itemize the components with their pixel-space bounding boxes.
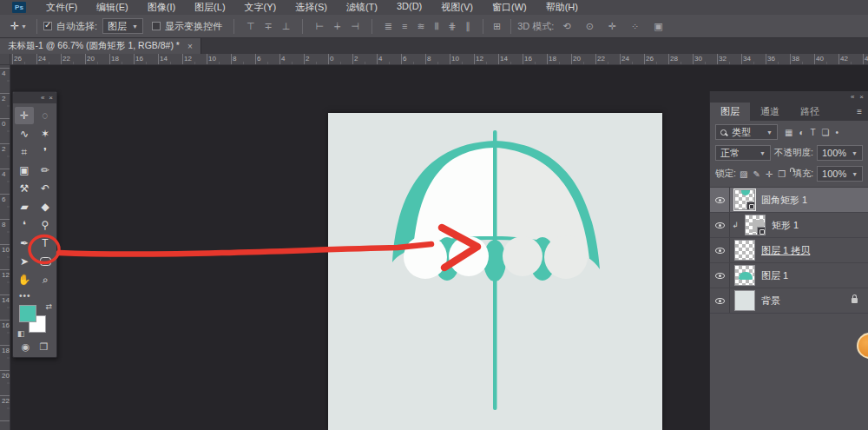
fill-dropdown[interactable]: 100% ▼	[817, 166, 863, 182]
document-canvas[interactable]	[328, 113, 662, 430]
clone-stamp-tool[interactable]: ⚒	[15, 180, 34, 197]
vertical-ruler[interactable]: 420246810121416182022	[0, 65, 10, 430]
distribute-top-icon[interactable]: ≣	[381, 21, 396, 32]
path-selection-tool[interactable]: ➤	[15, 253, 34, 270]
hand-tool[interactable]: ✋	[15, 271, 34, 288]
show-transform-checkbox[interactable]	[152, 22, 161, 30]
lock-transparent-pixels-icon[interactable]: ▨	[740, 169, 747, 179]
eye-icon[interactable]	[715, 197, 725, 203]
menu-item-窗口[interactable]: 窗口(W)	[483, 1, 536, 14]
lock-image-pixels-icon[interactable]: ✎	[753, 169, 760, 179]
menu-item-选择[interactable]: 选择(S)	[286, 1, 337, 14]
visibility-cell[interactable]	[710, 188, 730, 212]
visibility-cell[interactable]	[710, 263, 730, 288]
menu-item-帮助[interactable]: 帮助(H)	[536, 1, 588, 14]
collapse-panel-icon[interactable]: «	[851, 93, 854, 101]
align-bottom-icon[interactable]: ⊥	[279, 21, 294, 32]
blur-tool[interactable]: ❛	[15, 216, 34, 234]
close-tab-icon[interactable]: ×	[187, 42, 193, 51]
menu-item-编辑[interactable]: 编辑(E)	[87, 1, 138, 14]
blend-mode-dropdown[interactable]: 正常 ▼	[715, 145, 771, 161]
auto-select-dropdown[interactable]: 图层 ▼	[102, 18, 143, 34]
eye-icon[interactable]	[715, 222, 725, 228]
menu-item-文字[interactable]: 文字(Y)	[235, 1, 286, 14]
3d-slide-icon[interactable]: ⁘	[628, 21, 642, 32]
eye-icon[interactable]	[715, 298, 725, 304]
shape-tool[interactable]	[36, 253, 55, 270]
collapse-panel-icon[interactable]: «	[41, 94, 44, 102]
healing-brush-tool[interactable]: ▣	[15, 162, 34, 179]
3d-rotate-icon[interactable]: ⟲	[559, 21, 574, 32]
distribute-left-icon[interactable]: ⫴	[431, 21, 443, 32]
lasso-tool[interactable]: ∿	[15, 125, 34, 142]
menu-item-滤镜[interactable]: 滤镜(T)	[337, 1, 387, 14]
visibility-cell[interactable]	[710, 213, 730, 237]
auto-select-checkbox[interactable]	[43, 22, 52, 30]
distribute-hcenter-icon[interactable]: ⋕	[444, 21, 459, 32]
close-panel-icon[interactable]: ×	[859, 93, 864, 101]
distribute-bottom-icon[interactable]: ≋	[413, 21, 428, 32]
history-brush-tool[interactable]: ↶	[36, 180, 55, 197]
eye-icon[interactable]	[715, 248, 725, 254]
align-hcenter-icon[interactable]: ∔	[330, 21, 345, 32]
foreground-color-swatch[interactable]	[19, 305, 36, 322]
crop-tool[interactable]: ⌗	[15, 143, 34, 161]
tab-路径[interactable]: 路径	[790, 103, 830, 121]
dodge-tool[interactable]: ⚲	[36, 216, 55, 234]
tab-通道[interactable]: 通道	[750, 103, 790, 121]
menu-item-图像[interactable]: 图像(I)	[138, 1, 185, 14]
filter-shape-layers-icon[interactable]: ❏	[822, 128, 830, 137]
auto-align-layers-icon[interactable]: ⊞	[490, 21, 504, 32]
align-left-icon[interactable]: ⊢	[312, 21, 327, 32]
default-colors-icon[interactable]: ◧	[17, 329, 25, 338]
eye-icon[interactable]	[715, 273, 725, 279]
layer-row[interactable]: 背景	[710, 288, 868, 314]
document-tab[interactable]: 未标题-1 @ 66.7% (圆角矩形 1, RGB/8#) * ×	[0, 38, 201, 54]
tab-图层[interactable]: 图层	[710, 103, 750, 121]
layer-row[interactable]: 圆角矩形 1	[710, 188, 868, 213]
align-right-icon[interactable]: ⊣	[347, 21, 363, 32]
menu-item-3D[interactable]: 3D(D)	[387, 1, 431, 14]
move-tool[interactable]: ✛	[15, 107, 34, 124]
lock-artboard-icon[interactable]: ❐	[778, 169, 786, 179]
layer-row[interactable]: ↲矩形 1	[710, 213, 868, 238]
visibility-cell[interactable]	[710, 288, 730, 313]
close-panel-icon[interactable]: ×	[49, 94, 53, 102]
lock-position-icon[interactable]: ✛	[766, 169, 773, 179]
visibility-cell[interactable]	[710, 238, 730, 262]
layer-filter-dropdown[interactable]: 类型 ▼	[715, 124, 778, 140]
tool-preset-arrow-icon[interactable]: ▼	[21, 23, 27, 30]
3d-drag-icon[interactable]: ✛	[605, 21, 620, 32]
layer-row[interactable]: 图层 1	[710, 263, 868, 288]
menu-item-视图[interactable]: 视图(V)	[431, 1, 483, 14]
3d-roll-icon[interactable]: ⊙	[582, 21, 597, 32]
3d-scale-icon[interactable]: ▣	[650, 21, 666, 32]
eyedropper-tool[interactable]: ❜	[36, 143, 55, 161]
filter-type-layers-icon[interactable]: T	[811, 128, 816, 137]
opacity-dropdown[interactable]: 100% ▼	[817, 145, 863, 161]
screen-mode-icon[interactable]: ❐	[39, 341, 48, 353]
distribute-vcenter-icon[interactable]: ≡	[398, 21, 411, 32]
marquee-tool[interactable]: ◌	[36, 107, 55, 124]
filter-pixel-layers-icon[interactable]: ▦	[785, 128, 792, 137]
layer-row[interactable]: 图层 1 拷贝	[710, 238, 868, 263]
menu-item-图层[interactable]: 图层(L)	[185, 1, 234, 14]
menu-item-文件[interactable]: 文件(F)	[36, 1, 87, 14]
panel-menu-icon[interactable]: ≡	[857, 107, 862, 116]
swap-colors-icon[interactable]: ⇄	[45, 302, 52, 311]
horizontal-ruler[interactable]: 2624222018161412108642024681012141618202…	[10, 54, 868, 65]
brush-tool[interactable]: ✏	[36, 162, 55, 179]
distribute-right-icon[interactable]: ∥	[463, 21, 475, 32]
align-top-icon[interactable]: ⊤	[243, 21, 259, 32]
eraser-tool[interactable]: ▰	[15, 198, 34, 215]
filter-adjustment-layers-icon[interactable]: ◐	[799, 128, 804, 137]
more-tools-icon[interactable]: •••	[13, 290, 56, 301]
gradient-tool[interactable]: ◆	[36, 198, 55, 215]
pen-tool[interactable]: ✒	[15, 235, 34, 252]
move-tool-icon[interactable]: ✛	[10, 20, 19, 32]
type-tool[interactable]: T	[36, 235, 55, 252]
magic-wand-tool[interactable]: ✶	[36, 125, 55, 142]
filter-smart-objects-icon[interactable]: •	[836, 128, 839, 137]
align-vcenter-icon[interactable]: ∓	[261, 21, 276, 32]
quick-mask-icon[interactable]: ◉	[22, 341, 30, 353]
